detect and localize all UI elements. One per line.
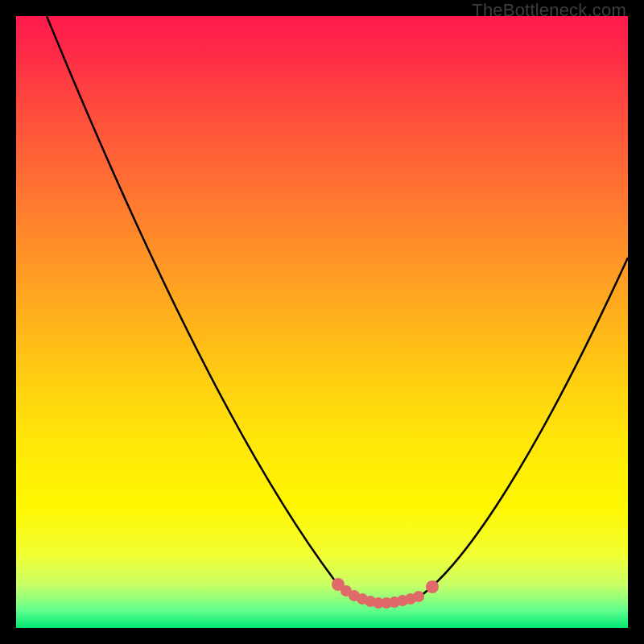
- plot-area: [16, 16, 628, 628]
- chart-frame: TheBottleneck.com: [0, 0, 644, 644]
- curve-left-limb: [47, 16, 362, 599]
- svg-point-11: [426, 580, 439, 593]
- curve-right-limb: [419, 258, 628, 597]
- svg-point-10: [413, 591, 424, 602]
- optimum-highlight: [332, 578, 439, 609]
- bottleneck-curve: [16, 16, 628, 628]
